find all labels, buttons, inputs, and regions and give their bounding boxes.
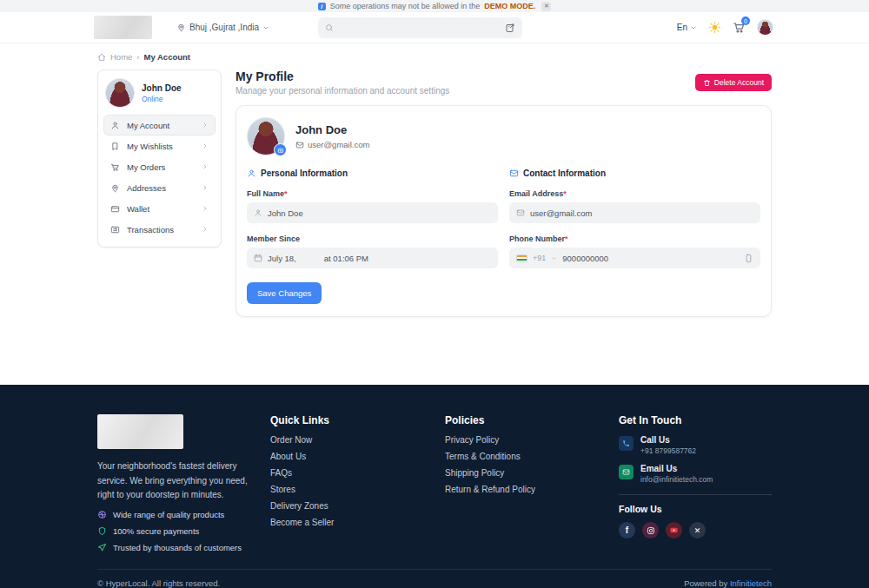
cart-count-badge: 0 [741,17,750,25]
profile-name: John Doe [295,123,369,136]
footer-link-shipping-policy[interactable]: Shipping Policy [445,465,619,481]
footer-link-become-a-seller[interactable]: Become a Seller [270,514,445,531]
language-label: En [677,23,687,32]
products-icon [97,510,107,519]
quick-links-title: Quick Links [270,414,445,426]
close-icon[interactable]: ✕ [541,2,551,11]
search-bar[interactable] [318,17,522,38]
profile-card: John Doe user@gmail.com Personal Informa… [235,105,772,317]
sidebar-item-addresses[interactable]: Addresses [103,177,216,198]
user-icon [247,168,256,178]
footer-link-return-refund[interactable]: Return & Refund Policy [445,481,619,498]
info-icon: i [318,3,326,10]
transactions-icon [110,225,120,235]
dial-code[interactable]: +91 [533,254,546,262]
chevron-down-icon [690,24,697,31]
facebook-icon[interactable]: f [619,522,635,538]
sidebar-item-my-wishlists[interactable]: My Wishlists [103,135,216,156]
sidebar-item-wallet[interactable]: Wallet [103,198,216,219]
call-us-label: Call Us [640,435,696,445]
instagram-icon[interactable] [642,522,659,538]
chevron-right-icon [202,122,209,129]
change-photo-button[interactable] [274,143,287,156]
footer-link-terms[interactable]: Terms & Conditions [445,448,619,465]
footer-link-privacy-policy[interactable]: Privacy Policy [445,432,619,448]
location-label: Bhuj ,Gujrat ,India [189,23,259,32]
camera-icon [277,147,284,154]
powered-by-link[interactable]: Infinitietech [730,578,772,588]
member-since-time: at 01:06 PM [324,254,368,263]
sidebar-item-label: Wallet [127,204,149,214]
footer-quick-links: Quick Links Order Now About Us FAQs Stor… [270,414,445,552]
brand-logo[interactable] [94,16,152,39]
footer-link-order-now[interactable]: Order Now [270,432,445,448]
sidebar-item-my-account[interactable]: My Account [103,115,216,135]
footer-description: Your neighborhood's fastest delivery ser… [97,459,252,503]
required-asterisk: * [563,189,567,198]
phone-label: Phone Number [509,235,565,243]
full-name-field[interactable]: John Doe [247,202,498,223]
language-selector[interactable]: En [677,23,697,32]
member-since-field: July 18, at 01:06 PM [247,248,498,268]
online-status: Online [142,95,182,103]
member-since-label: Member Since [247,235,498,243]
youtube-icon[interactable] [666,522,682,538]
breadcrumb-home[interactable]: Home [110,52,132,62]
theme-sun-icon[interactable] [708,21,721,34]
chevron-right-icon [202,184,209,191]
email-envelope-icon [619,465,634,479]
image-search-icon[interactable] [505,23,515,33]
bookmark-icon [110,142,120,151]
search-input[interactable] [339,23,500,32]
delete-account-button[interactable]: Delete Account [695,74,772,91]
sidebar-item-label: My Wishlists [127,142,173,151]
full-name-value: John Doe [268,208,303,218]
email-value: user@gmail.com [530,208,592,218]
chevron-down-icon [262,24,269,31]
india-flag-icon [516,254,527,262]
header: Bhuj ,Gujrat ,India En 0 [0,12,869,43]
footer-link-delivery-zones[interactable]: Delivery Zones [270,498,445,514]
chevron-down-icon[interactable] [551,255,557,261]
x-twitter-icon[interactable]: ✕ [689,522,706,538]
location-selector[interactable]: Bhuj ,Gujrat ,India [176,23,269,32]
email-label: Email Address [509,189,563,198]
save-changes-button[interactable]: Save Changes [247,282,322,304]
email-field[interactable]: user@gmail.com [509,202,760,223]
shield-icon [97,526,107,536]
member-since-date: July 18, [268,254,296,263]
sidebar-avatar [105,78,135,108]
user-icon [110,121,120,130]
sidebar-item-label: Addresses [127,183,166,193]
personal-info-heading: Personal Information [261,168,348,178]
contact-info-section: Contact Information Email Address* user@… [509,168,760,268]
chevron-right-icon [202,226,209,233]
user-avatar[interactable] [757,19,773,36]
footer-link-stores[interactable]: Stores [270,481,445,498]
wallet-icon [110,204,120,214]
contact-info-heading: Contact Information [523,168,606,178]
footer-feature: Trusted by thousands of customers [97,543,270,552]
policies-title: Policies [445,414,619,426]
phone-field[interactable]: +91 9000000000 [509,248,760,268]
mobile-phone-icon [744,254,753,263]
sidebar-profile: John Doe Online [103,78,216,115]
footer-brand-column: Your neighborhood's fastest delivery ser… [97,414,270,552]
powered-by: Powered by Infinitietech [684,578,772,588]
chevron-right-icon [202,205,209,212]
call-us-row[interactable]: Call Us +91 8799587762 [619,435,772,455]
follow-us-title: Follow Us [619,504,772,514]
cart-button[interactable]: 0 [733,21,746,34]
chevron-right-icon [202,163,209,170]
footer-bottom-bar: © HyperLocal. All rights reserved. Power… [97,569,772,588]
footer-link-about-us[interactable]: About Us [270,448,445,465]
email-us-row[interactable]: Email Us info@infinitietech.com [619,464,772,484]
sidebar-item-transactions[interactable]: Transactions [103,219,216,240]
sidebar-item-label: My Orders [127,162,165,172]
account-sidebar: John Doe Online My Account My Wishlists … [97,69,222,248]
sidebar-item-my-orders[interactable]: My Orders [103,156,216,177]
footer-link-faqs[interactable]: FAQs [270,465,445,481]
phone-call-icon [619,436,634,451]
footer: Your neighborhood's fastest delivery ser… [0,385,869,588]
footer-get-in-touch: Get In Touch Call Us +91 8799587762 Emai… [619,414,772,552]
